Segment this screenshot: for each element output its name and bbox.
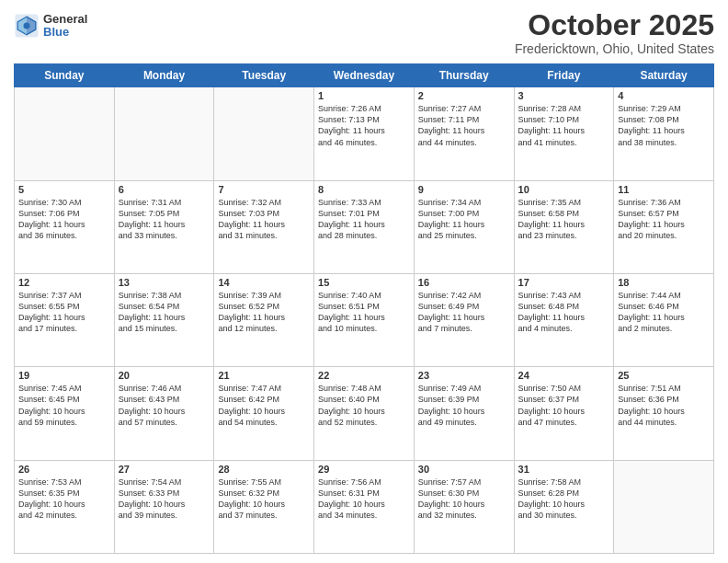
day-info: Sunrise: 7:49 AM Sunset: 6:39 PM Dayligh… — [418, 383, 510, 428]
calendar-cell-w0d2 — [214, 87, 314, 180]
title-block: October 2025 Fredericktown, Ohio, United… — [515, 9, 714, 56]
calendar-cell-w1d3: 8Sunrise: 7:33 AM Sunset: 7:01 PM Daylig… — [314, 180, 415, 273]
calendar-cell-w4d1: 27Sunrise: 7:54 AM Sunset: 6:33 PM Dayli… — [114, 460, 214, 553]
calendar-cell-w2d5: 17Sunrise: 7:43 AM Sunset: 6:48 PM Dayli… — [514, 273, 614, 366]
day-info: Sunrise: 7:53 AM Sunset: 6:35 PM Dayligh… — [18, 477, 110, 522]
day-number: 8 — [318, 184, 410, 195]
day-number: 13 — [119, 277, 210, 288]
calendar-cell-w0d6: 4Sunrise: 7:29 AM Sunset: 7:08 PM Daylig… — [614, 87, 714, 180]
svg-point-2 — [24, 23, 30, 29]
calendar-cell-w1d2: 7Sunrise: 7:32 AM Sunset: 7:03 PM Daylig… — [214, 180, 314, 273]
calendar-cell-w0d5: 3Sunrise: 7:28 AM Sunset: 7:10 PM Daylig… — [514, 87, 614, 180]
day-number: 16 — [418, 277, 510, 288]
calendar-cell-w4d4: 30Sunrise: 7:57 AM Sunset: 6:30 PM Dayli… — [414, 460, 514, 553]
day-info: Sunrise: 7:26 AM Sunset: 7:13 PM Dayligh… — [318, 103, 410, 148]
day-info: Sunrise: 7:46 AM Sunset: 6:43 PM Dayligh… — [119, 383, 210, 428]
week-row-1: 5Sunrise: 7:30 AM Sunset: 7:06 PM Daylig… — [15, 180, 714, 273]
calendar-cell-w2d1: 13Sunrise: 7:38 AM Sunset: 6:54 PM Dayli… — [114, 273, 214, 366]
day-number: 22 — [318, 370, 410, 381]
day-number: 3 — [518, 90, 610, 101]
day-info: Sunrise: 7:44 AM Sunset: 6:46 PM Dayligh… — [618, 290, 710, 335]
day-number: 15 — [318, 277, 410, 288]
day-number: 12 — [18, 277, 110, 288]
calendar-cell-w4d0: 26Sunrise: 7:53 AM Sunset: 6:35 PM Dayli… — [15, 460, 115, 553]
day-number: 25 — [618, 370, 710, 381]
day-number: 29 — [318, 464, 410, 475]
day-number: 24 — [518, 370, 610, 381]
day-info: Sunrise: 7:31 AM Sunset: 7:05 PM Dayligh… — [119, 197, 210, 242]
day-number: 9 — [418, 184, 510, 195]
day-number: 26 — [18, 464, 110, 475]
day-info: Sunrise: 7:56 AM Sunset: 6:31 PM Dayligh… — [318, 477, 410, 522]
calendar-cell-w2d0: 12Sunrise: 7:37 AM Sunset: 6:55 PM Dayli… — [15, 273, 115, 366]
day-number: 19 — [18, 370, 110, 381]
header: General Blue October 2025 Fredericktown,… — [14, 9, 714, 56]
day-number: 1 — [318, 90, 410, 101]
logo-blue-text: Blue — [43, 26, 87, 39]
logo-icon — [14, 13, 40, 39]
day-number: 7 — [218, 184, 310, 195]
day-info: Sunrise: 7:30 AM Sunset: 7:06 PM Dayligh… — [18, 197, 110, 242]
day-info: Sunrise: 7:27 AM Sunset: 7:11 PM Dayligh… — [418, 103, 510, 148]
weekday-header-tuesday: Tuesday — [214, 64, 314, 87]
day-info: Sunrise: 7:51 AM Sunset: 6:36 PM Dayligh… — [618, 383, 710, 428]
day-number: 21 — [218, 370, 310, 381]
day-number: 30 — [418, 464, 510, 475]
calendar-cell-w2d2: 14Sunrise: 7:39 AM Sunset: 6:52 PM Dayli… — [214, 273, 314, 366]
day-number: 23 — [418, 370, 510, 381]
calendar-cell-w1d5: 10Sunrise: 7:35 AM Sunset: 6:58 PM Dayli… — [514, 180, 614, 273]
logo-general-text: General — [43, 13, 87, 26]
day-info: Sunrise: 7:32 AM Sunset: 7:03 PM Dayligh… — [218, 197, 310, 242]
calendar-cell-w1d0: 5Sunrise: 7:30 AM Sunset: 7:06 PM Daylig… — [15, 180, 115, 273]
weekday-header-saturday: Saturday — [614, 64, 714, 87]
day-info: Sunrise: 7:48 AM Sunset: 6:40 PM Dayligh… — [318, 383, 410, 428]
weekday-header-friday: Friday — [514, 64, 614, 87]
calendar-cell-w3d3: 22Sunrise: 7:48 AM Sunset: 6:40 PM Dayli… — [314, 367, 415, 460]
calendar-cell-w1d6: 11Sunrise: 7:36 AM Sunset: 6:57 PM Dayli… — [614, 180, 714, 273]
day-number: 2 — [418, 90, 510, 101]
day-info: Sunrise: 7:28 AM Sunset: 7:10 PM Dayligh… — [518, 103, 610, 148]
day-number: 4 — [618, 90, 710, 101]
week-row-3: 19Sunrise: 7:45 AM Sunset: 6:45 PM Dayli… — [15, 367, 714, 460]
calendar-cell-w4d3: 29Sunrise: 7:56 AM Sunset: 6:31 PM Dayli… — [314, 460, 415, 553]
day-info: Sunrise: 7:29 AM Sunset: 7:08 PM Dayligh… — [618, 103, 710, 148]
day-info: Sunrise: 7:34 AM Sunset: 7:00 PM Dayligh… — [418, 197, 510, 242]
day-number: 14 — [218, 277, 310, 288]
calendar-cell-w4d5: 31Sunrise: 7:58 AM Sunset: 6:28 PM Dayli… — [514, 460, 614, 553]
day-info: Sunrise: 7:35 AM Sunset: 6:58 PM Dayligh… — [518, 197, 610, 242]
day-info: Sunrise: 7:40 AM Sunset: 6:51 PM Dayligh… — [318, 290, 410, 335]
calendar-cell-w2d3: 15Sunrise: 7:40 AM Sunset: 6:51 PM Dayli… — [314, 273, 415, 366]
calendar-cell-w1d4: 9Sunrise: 7:34 AM Sunset: 7:00 PM Daylig… — [414, 180, 514, 273]
calendar-cell-w0d4: 2Sunrise: 7:27 AM Sunset: 7:11 PM Daylig… — [414, 87, 514, 180]
day-number: 11 — [618, 184, 710, 195]
day-number: 10 — [518, 184, 610, 195]
weekday-header-sunday: Sunday — [15, 64, 115, 87]
calendar-cell-w3d0: 19Sunrise: 7:45 AM Sunset: 6:45 PM Dayli… — [15, 367, 115, 460]
calendar-table: SundayMondayTuesdayWednesdayThursdayFrid… — [14, 63, 714, 554]
calendar-cell-w3d2: 21Sunrise: 7:47 AM Sunset: 6:42 PM Dayli… — [214, 367, 314, 460]
week-row-0: 1Sunrise: 7:26 AM Sunset: 7:13 PM Daylig… — [15, 87, 714, 180]
calendar-cell-w3d1: 20Sunrise: 7:46 AM Sunset: 6:43 PM Dayli… — [114, 367, 214, 460]
weekday-header-wednesday: Wednesday — [314, 64, 415, 87]
calendar-cell-w4d6 — [614, 460, 714, 553]
week-row-4: 26Sunrise: 7:53 AM Sunset: 6:35 PM Dayli… — [15, 460, 714, 553]
logo-text: General Blue — [43, 13, 87, 40]
day-number: 6 — [119, 184, 210, 195]
day-info: Sunrise: 7:50 AM Sunset: 6:37 PM Dayligh… — [518, 383, 610, 428]
day-info: Sunrise: 7:39 AM Sunset: 6:52 PM Dayligh… — [218, 290, 310, 335]
day-info: Sunrise: 7:45 AM Sunset: 6:45 PM Dayligh… — [18, 383, 110, 428]
day-info: Sunrise: 7:36 AM Sunset: 6:57 PM Dayligh… — [618, 197, 710, 242]
day-number: 17 — [518, 277, 610, 288]
day-info: Sunrise: 7:42 AM Sunset: 6:49 PM Dayligh… — [418, 290, 510, 335]
day-info: Sunrise: 7:38 AM Sunset: 6:54 PM Dayligh… — [119, 290, 210, 335]
calendar-cell-w2d4: 16Sunrise: 7:42 AM Sunset: 6:49 PM Dayli… — [414, 273, 514, 366]
week-row-2: 12Sunrise: 7:37 AM Sunset: 6:55 PM Dayli… — [15, 273, 714, 366]
calendar-cell-w4d2: 28Sunrise: 7:55 AM Sunset: 6:32 PM Dayli… — [214, 460, 314, 553]
weekday-header-monday: Monday — [114, 64, 214, 87]
day-info: Sunrise: 7:47 AM Sunset: 6:42 PM Dayligh… — [218, 383, 310, 428]
calendar-cell-w3d4: 23Sunrise: 7:49 AM Sunset: 6:39 PM Dayli… — [414, 367, 514, 460]
day-info: Sunrise: 7:54 AM Sunset: 6:33 PM Dayligh… — [119, 477, 210, 522]
calendar-cell-w3d6: 25Sunrise: 7:51 AM Sunset: 6:36 PM Dayli… — [614, 367, 714, 460]
day-info: Sunrise: 7:55 AM Sunset: 6:32 PM Dayligh… — [218, 477, 310, 522]
calendar-cell-w0d3: 1Sunrise: 7:26 AM Sunset: 7:13 PM Daylig… — [314, 87, 415, 180]
